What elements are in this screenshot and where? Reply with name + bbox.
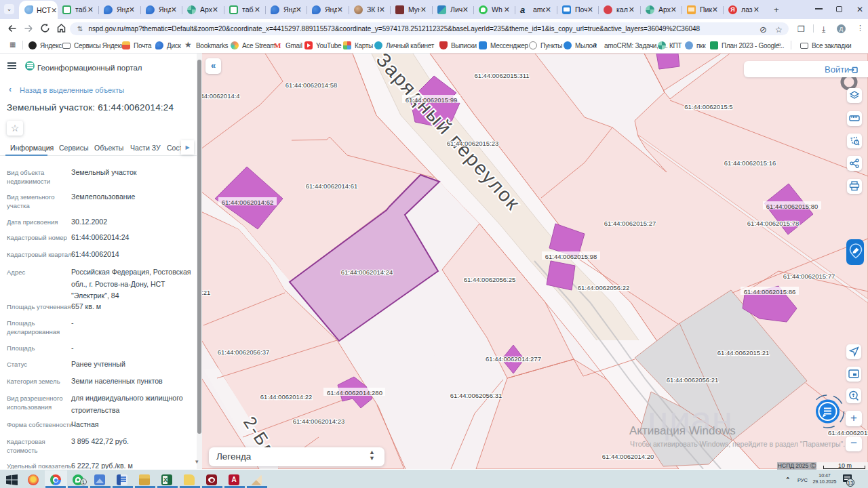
svg-text:61:44:0062056:21: 61:44:0062056:21 [667, 376, 719, 384]
svg-text:61:44:0062014:22: 61:44:0062014:22 [260, 393, 313, 401]
svg-text:61:44:0062015:99: 61:44:0062015:99 [406, 96, 458, 104]
svg-text:61:44:0062014:4: 61:44:0062014:4 [202, 92, 240, 100]
svg-text:61:44:0062015:21: 61:44:0062015:21 [717, 349, 770, 357]
svg-text:61:44:0062056:21: 61:44:0062056:21 [202, 289, 210, 296]
svg-text:61:44:0062014:58: 61:44:0062014:58 [285, 81, 338, 89]
svg-text:61:44:0062056:22: 61:44:0062056:22 [578, 284, 630, 291]
svg-text:61:44:0062015:5: 61:44:0062015:5 [684, 103, 732, 110]
svg-text:61:44:0062014:20: 61:44:0062014:20 [602, 453, 654, 460]
svg-text:61:44:0062015:16: 61:44:0062015:16 [724, 159, 776, 167]
svg-text:61:44:0062015:27: 61:44:0062015:27 [604, 220, 656, 227]
svg-text:61:44:0062015:77: 61:44:0062015:77 [783, 272, 835, 280]
svg-text:61:44:0062015:80: 61:44:0062015:80 [766, 203, 818, 210]
svg-text:61:44:0062014:62: 61:44:0062014:62 [222, 199, 274, 206]
svg-text:61:44:0062014:280: 61:44:0062014:280 [327, 389, 382, 396]
svg-text:61:44:0062014:277: 61:44:0062014:277 [486, 355, 541, 363]
svg-text:61:44:0062015:23: 61:44:0062015:23 [447, 140, 499, 147]
svg-text:61:44:0062014:23: 61:44:0062014:23 [293, 418, 345, 425]
svg-text:61:44:0062056:31: 61:44:0062056:31 [450, 392, 502, 399]
svg-text:61:44:0062014:61: 61:44:0062014:61 [306, 182, 358, 190]
svg-text:61:44:0062015:311: 61:44:0062015:311 [474, 72, 529, 79]
svg-text:61:44:0062015:78: 61:44:0062015:78 [747, 220, 800, 227]
svg-text:61:44:0062015:98: 61:44:0062015:98 [545, 253, 597, 260]
svg-text:61:44:0062014:24: 61:44:0062014:24 [341, 268, 393, 276]
svg-text:61:44:0062015:86: 61:44:0062015:86 [744, 288, 796, 296]
svg-text:61:44:0062056:25: 61:44:0062056:25 [464, 276, 516, 283]
svg-text:61:44:0062056:37: 61:44:0062056:37 [218, 348, 270, 356]
